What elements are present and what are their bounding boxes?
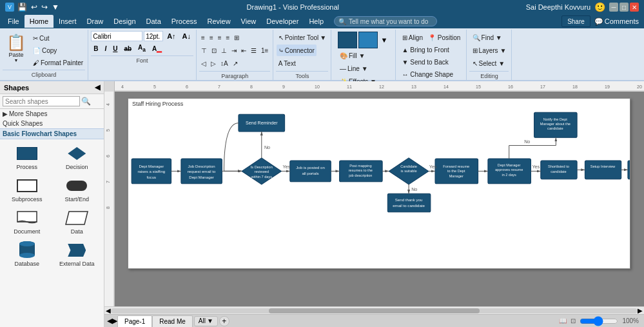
italic-button[interactable]: I	[102, 44, 109, 54]
shape-startend[interactable]: Start/End	[53, 174, 102, 205]
menu-insert[interactable]: Insert	[54, 15, 82, 28]
font-size-decrease[interactable]: A↓	[180, 31, 193, 41]
bold-button[interactable]: B	[91, 44, 101, 54]
quick-style-2[interactable]	[358, 32, 378, 48]
more-shapes-section[interactable]: ▶ More Shapes	[0, 109, 104, 119]
shape-process[interactable]: Process	[3, 142, 52, 173]
add-page-button[interactable]: +	[219, 316, 229, 326]
vertical-align-mid[interactable]: ⊡	[210, 45, 219, 56]
line-button[interactable]: — Line ▼	[338, 63, 378, 74]
menu-view[interactable]: View	[236, 15, 262, 28]
increase-indent[interactable]: ▷	[209, 57, 218, 69]
subscript-button[interactable]: Aa	[135, 43, 148, 54]
more-styles-button[interactable]: ▼	[379, 32, 389, 48]
shape-subprocess[interactable]: Subprocess	[3, 174, 52, 205]
shape-external-data[interactable]: External Data	[53, 239, 102, 270]
bring-to-front-button[interactable]: ▲ Bring to Front	[400, 44, 451, 55]
numbering-button[interactable]: 1≡	[259, 45, 270, 56]
customize-qat-btn[interactable]: ▼	[51, 2, 60, 12]
scrollbar-track[interactable]	[111, 308, 638, 313]
redo-qat-btn[interactable]: ↪	[41, 2, 48, 12]
collapse-shapes-button[interactable]: ◀	[95, 83, 100, 92]
more-para-options[interactable]: ↗	[231, 57, 240, 69]
page-tab-1[interactable]: Page-1	[117, 315, 152, 327]
shape-decision[interactable]: Decision	[53, 142, 102, 173]
align-button[interactable]: ⊞ Align	[400, 32, 425, 43]
diagram-page[interactable]: Staff Hiring Process Dept Manag	[128, 98, 630, 269]
shapes-search-input[interactable]	[3, 96, 80, 106]
save-qat-btn[interactable]: 💾	[17, 2, 28, 12]
scroll-tab-left[interactable]: ◀	[107, 317, 112, 325]
find-button[interactable]: 🔍 Find ▼	[471, 32, 504, 43]
comments-button[interactable]: 💬Comments	[594, 17, 639, 26]
svg-text:15: 15	[476, 84, 481, 89]
cut-button[interactable]: ✂Cut	[31, 32, 85, 44]
change-shape-button[interactable]: ↔ Change Shape	[400, 68, 456, 80]
send-to-back-button[interactable]: ▼ Send to Back	[400, 56, 451, 68]
underline-button[interactable]: U	[110, 44, 120, 54]
more-paragraph-button[interactable]: ⊞	[232, 32, 241, 43]
svg-text:4: 4	[106, 103, 110, 106]
font-size-increase[interactable]: A↑	[164, 31, 178, 41]
list-button[interactable]: ☰	[249, 45, 259, 56]
menu-process[interactable]: Process	[166, 15, 202, 28]
tell-me-box[interactable]: 🔍 Tell me what you want to do	[334, 16, 437, 26]
menu-file[interactable]: File	[3, 15, 24, 28]
shapes-title: Shapes	[4, 84, 29, 92]
font-size-input[interactable]	[144, 31, 163, 41]
pointer-tool-button[interactable]: ↖ Pointer Tool ▼	[277, 32, 329, 43]
quick-style-1[interactable]	[338, 32, 357, 48]
shape-database[interactable]: Database	[3, 239, 52, 270]
paste-button[interactable]: 📋 Paste ▼	[3, 31, 30, 64]
shape-data[interactable]: Data	[53, 206, 102, 237]
outdent-button[interactable]: ⇤	[239, 45, 248, 56]
layers-button[interactable]: ⊞ Layers ▼	[471, 45, 509, 56]
menu-help[interactable]: Help	[304, 15, 329, 28]
copy-button[interactable]: 📄Copy	[31, 45, 85, 56]
close-button[interactable]: ✕	[630, 3, 639, 12]
main-canvas[interactable]: Staff Hiring Process Dept Manag	[115, 92, 644, 306]
menu-draw[interactable]: Draw	[82, 15, 109, 28]
connector-tool-button[interactable]: ⤷ Connector	[277, 45, 317, 56]
justify-button[interactable]: ≡	[224, 32, 232, 43]
vertical-align-bot[interactable]: ⊥	[219, 45, 229, 56]
font-color-button[interactable]: A▁	[150, 44, 164, 54]
page-tab-readme[interactable]: Read Me	[152, 315, 193, 327]
align-center-button[interactable]: ≡	[208, 32, 215, 43]
share-button[interactable]: Share	[561, 15, 590, 27]
select-icon: ↖	[473, 60, 478, 67]
fill-button[interactable]: 🎨 Fill ▼	[338, 50, 378, 61]
text-tool-button[interactable]: A Text	[277, 57, 298, 69]
align-left-button[interactable]: ≡	[199, 32, 207, 43]
scroll-right-btn[interactable]: ▶	[638, 307, 643, 314]
zoom-slider[interactable]	[580, 318, 618, 324]
menu-design[interactable]: Design	[108, 15, 141, 28]
position-button[interactable]: 📍 Position	[426, 32, 462, 43]
vertical-align-top[interactable]: ⊤	[199, 45, 209, 56]
menu-developer[interactable]: Developer	[261, 15, 304, 28]
minimize-button[interactable]: ─	[609, 3, 618, 12]
quick-shapes-section[interactable]: Quick Shapes	[0, 119, 104, 128]
menu-review[interactable]: Review	[202, 15, 236, 28]
paragraph-label: Paragraph	[199, 71, 270, 80]
undo-qat-btn[interactable]: ↩	[30, 2, 38, 12]
menu-home[interactable]: Home	[24, 15, 54, 28]
menu-data[interactable]: Data	[141, 15, 166, 28]
fill-icon: 🎨	[340, 52, 347, 59]
horizontal-scrollbar[interactable]: ◀ ▶	[104, 306, 644, 314]
text-direction[interactable]: ↕A	[219, 57, 230, 69]
indent-button[interactable]: ⇥	[229, 45, 239, 56]
scroll-tab-right[interactable]: ▶	[112, 317, 117, 325]
select-button[interactable]: ↖ Select ▼	[471, 57, 507, 69]
all-pages-button[interactable]: All ▼	[194, 316, 218, 326]
fit-page-btn[interactable]: ⊡	[571, 317, 576, 324]
scroll-left-btn[interactable]: ◀	[106, 307, 111, 314]
shape-document[interactable]: Document	[3, 206, 52, 237]
scrollbar-thumb[interactable]	[269, 308, 480, 313]
maximize-button[interactable]: □	[620, 3, 629, 12]
decrease-indent[interactable]: ◁	[199, 57, 208, 69]
font-name-input[interactable]	[91, 31, 142, 41]
format-painter-button[interactable]: 🖌Format Painter	[31, 57, 85, 68]
align-right-button[interactable]: ≡	[216, 32, 224, 43]
strikethrough-button[interactable]: ab	[121, 44, 134, 54]
